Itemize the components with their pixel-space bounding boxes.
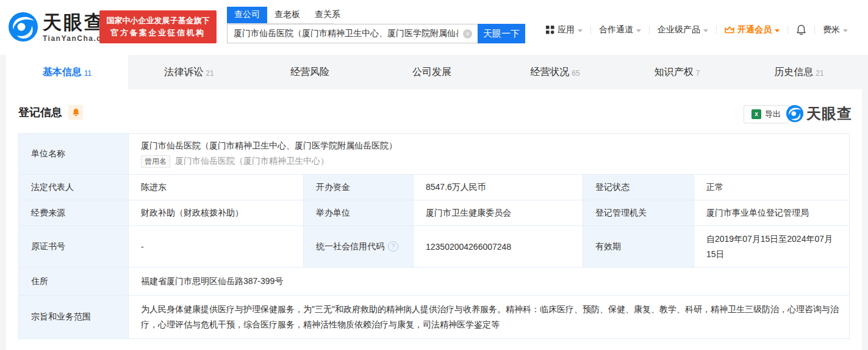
unit-name-text: 厦门市仙岳医院（厦门市精神卫生中心、厦门医学院附属仙岳医院）: [141, 140, 397, 151]
tab-count: 21: [206, 69, 213, 78]
tianyancha-logo-icon: [9, 12, 38, 42]
subscribe-bell-button[interactable]: [68, 105, 83, 120]
tab-count: 11: [84, 69, 91, 78]
search-button[interactable]: 天眼一下: [478, 24, 525, 43]
watermark-text: 天眼查: [806, 104, 852, 123]
page-gutter-left: [0, 55, 6, 350]
crown-icon: [725, 26, 734, 34]
nav-enterprise-products[interactable]: 企业级产品: [650, 24, 716, 35]
tab-label: 历史信息: [774, 66, 813, 79]
field-label-scope: 宗旨和业务范围: [19, 296, 129, 338]
search-tab-boss[interactable]: 查老板: [267, 7, 307, 23]
field-label-status: 登记状态: [583, 175, 694, 200]
nav-user-menu[interactable]: 费米: [815, 24, 856, 35]
nav-partnership[interactable]: 合作通道: [591, 24, 649, 35]
field-label-organizer: 举办单位: [304, 200, 414, 226]
excel-icon: x: [751, 109, 761, 119]
field-label-validity: 有效期: [583, 226, 694, 268]
nav-vip-label: 开通会员: [737, 24, 772, 35]
field-value-capital: 8547.6万人民币: [414, 175, 583, 200]
nav-vip-upgrade[interactable]: 开通会员: [717, 24, 787, 35]
header-nav: 应用 合作通道 企业级产品 开通会员: [538, 24, 856, 35]
field-label-legal-rep: 法定代表人: [19, 175, 129, 200]
username: 费米: [823, 24, 840, 35]
field-value-scope: 为人民身体健康提供医疗与护理保健服务，为"三无"和政府救助的精神病人提供治疗与收…: [129, 296, 849, 338]
tab-basic-info[interactable]: 基本信息 11: [6, 55, 128, 89]
former-name-tag: 曾用名: [141, 155, 170, 168]
field-value-unit-name: 厦门市仙岳医院（厦门市精神卫生中心、厦门医学院附属仙岳医院） 曾用名 厦门市仙岳…: [129, 134, 849, 175]
basic-info-card: 登记信息 x 导出 天眼查 单位名称: [6, 89, 862, 350]
field-label-address: 住所: [19, 268, 129, 296]
tab-business-risk[interactable]: 经营风险: [250, 55, 372, 89]
bell-icon: [72, 108, 80, 117]
nav-apps[interactable]: 应用: [538, 24, 590, 35]
tab-operating-status[interactable]: 经营状况 65: [494, 55, 616, 89]
export-button[interactable]: x 导出: [744, 105, 789, 123]
tianyancha-watermark: 天眼查: [786, 104, 852, 123]
tab-label: 知识产权: [655, 66, 694, 79]
company-tabbar: 基本信息 11 法律诉讼 21 经营风险 公司发展 经营状况 65 知识产权 7: [0, 55, 868, 89]
help-icon[interactable]: ?: [388, 241, 398, 252]
top-header: 天眼查 TianYanCha.com 国家中小企业发展子基金旗下 官方备案企业征…: [0, 0, 868, 55]
gov-badge-line2: 官方备案企业征信机构: [111, 27, 206, 39]
tab-label: 法律诉讼: [164, 66, 203, 79]
export-label: 导出: [765, 109, 781, 120]
tab-label: 基本信息: [43, 66, 82, 79]
field-label-capital: 开办资金: [304, 175, 414, 200]
app-grid-icon: [546, 26, 554, 34]
clear-search-icon[interactable]: ×: [463, 29, 472, 38]
section-title: 登记信息: [18, 105, 62, 120]
field-value-cert-no: -: [129, 226, 304, 268]
search-input[interactable]: [227, 24, 478, 43]
chevron-down-icon: [636, 29, 641, 32]
nav-apps-label: 应用: [558, 24, 575, 35]
field-label-funding: 经费来源: [19, 200, 129, 226]
tab-company-development[interactable]: 公司发展: [372, 55, 494, 89]
chevron-down-icon: [703, 29, 708, 32]
chevron-down-icon: [843, 29, 848, 32]
tab-label: 经营状况: [530, 66, 569, 79]
chevron-down-icon: [775, 29, 780, 32]
notifications-button[interactable]: [788, 24, 814, 35]
field-value-organizer: 厦门市卫生健康委员会: [414, 200, 583, 226]
tianyancha-logo[interactable]: 天眼查 TianYanCha.com: [9, 12, 114, 43]
nav-partnership-label: 合作通道: [599, 24, 633, 35]
field-label-authority: 登记管理机关: [583, 200, 694, 226]
field-label-unit-name: 单位名称: [19, 134, 129, 175]
tab-count: 65: [572, 69, 579, 78]
tab-count: 21: [816, 69, 823, 78]
field-value-validity: 自2019年07月15日至2024年07月15日: [694, 226, 849, 268]
chevron-down-icon: [578, 29, 583, 32]
tab-history-info[interactable]: 历史信息 21: [738, 55, 860, 89]
page-gutter-right: [862, 55, 868, 350]
tab-label: 经营风险: [290, 66, 329, 79]
tab-count: 7: [696, 69, 700, 78]
tab-label: 公司发展: [412, 66, 451, 79]
search-tab-company[interactable]: 查公司: [227, 7, 267, 23]
field-label-credit-code: 统一社会信用代码 ?: [304, 226, 414, 268]
nav-enterprise-products-label: 企业级产品: [658, 24, 700, 35]
field-label-cert-no: 原证书号: [19, 226, 129, 268]
field-value-legal-rep: 陈进东: [129, 175, 304, 200]
registration-table: 单位名称 厦门市仙岳医院（厦门市精神卫生中心、厦门医学院附属仙岳医院） 曾用名 …: [18, 133, 850, 339]
former-name-text: 厦门市仙岳医院（厦门市精神卫生中心）: [175, 156, 329, 167]
field-value-authority: 厦门市事业单位登记管理局: [694, 200, 849, 226]
credit-code-label-text: 统一社会信用代码: [316, 241, 384, 252]
search-tabs: 查公司 查老板 查关系: [227, 7, 334, 24]
tab-legal-litigation[interactable]: 法律诉讼 21: [128, 55, 250, 89]
gov-badge-line1: 国家中小企业发展子基金旗下: [107, 15, 210, 27]
tab-intellectual-property[interactable]: 知识产权 7: [616, 55, 738, 89]
field-value-funding: 财政补助（财政核拨补助）: [129, 200, 304, 226]
search-tab-relation[interactable]: 查关系: [307, 7, 348, 23]
tianyancha-page: 天眼查 TianYanCha.com 国家中小企业发展子基金旗下 官方备案企业征…: [0, 0, 868, 350]
bell-icon: [796, 24, 806, 35]
field-value-credit-code: 123502004266007248: [414, 226, 583, 268]
field-value-address: 福建省厦门市思明区仙岳路387-399号: [129, 268, 849, 296]
field-value-status: 正常: [694, 175, 849, 200]
tianyancha-watermark-icon: [786, 105, 803, 122]
gov-credit-badge: 国家中小企业发展子基金旗下 官方备案企业征信机构: [99, 10, 217, 43]
search-widget: 查公司 查老板 查关系 × 天眼一下: [227, 7, 525, 43]
